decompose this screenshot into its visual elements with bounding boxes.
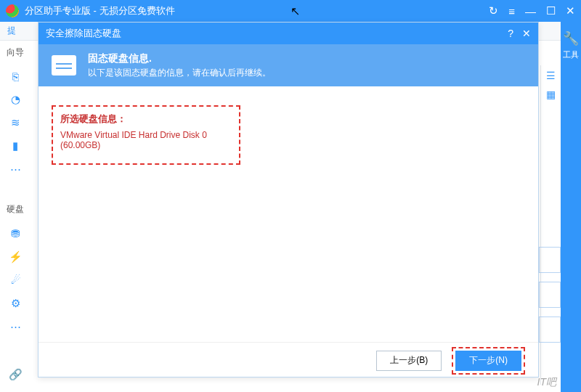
ssd-info-icon [52, 55, 76, 75]
close-icon[interactable]: ✕ [566, 4, 575, 17]
back-button[interactable]: 上一步(B) [376, 351, 442, 371]
dialog-title: 安全擦除固态硬盘 [46, 27, 508, 40]
link-icon[interactable]: 🔗 [9, 368, 23, 381]
ssd-erase-dialog: 安全擦除固态硬盘 ? ✕ 固态硬盘信息. 以下是该固态硬盘的信息，请在确认后再继… [38, 22, 539, 377]
wizard-usb-icon[interactable]: ▮ [12, 139, 18, 152]
disk-gear-icon[interactable]: ⚙ [11, 297, 20, 310]
disk-drive-icon[interactable]: ⛃ [11, 227, 20, 240]
app-title: 分区助手专业版 - 无损分区免费软件 [25, 4, 489, 17]
right-tool-strip: 🔧 工具 [561, 22, 581, 392]
menu-icon[interactable]: ≡ [508, 5, 515, 17]
refresh-icon[interactable]: ↻ [489, 4, 498, 17]
minimize-icon[interactable]: — [525, 5, 536, 17]
app-logo-icon [6, 4, 19, 17]
hint-text: 提 [7, 25, 16, 37]
sidebar-section-disk: 硬盘 [0, 203, 31, 216]
dialog-title-bar: 安全擦除固态硬盘 ? ✕ [38, 23, 538, 44]
sidebar-section-wizard: 向导 [0, 46, 31, 59]
disk-more-icon[interactable]: ⋯ [10, 320, 21, 333]
wizard-partition-icon[interactable]: ≋ [11, 116, 20, 129]
dialog-banner: 固态硬盘信息. 以下是该固态硬盘的信息，请在确认后再继续。 [38, 44, 538, 86]
selected-disk-info-box: 所选硬盘信息： VMware Virtual IDE Hard Drive Di… [52, 105, 240, 165]
info-box-header: 所选硬盘信息： [60, 113, 232, 126]
wrench-icon[interactable]: 🔧 [563, 30, 579, 46]
disk-brush-icon[interactable]: ☄ [11, 274, 20, 287]
help-icon[interactable]: ? [508, 28, 513, 39]
main-title-bar: 分区助手专业版 - 无损分区免费软件 ↻ ≡ — ☐ ✕ [0, 0, 581, 22]
partition-block [539, 247, 561, 273]
dialog-body: 所选硬盘信息： VMware Virtual IDE Hard Drive Di… [38, 86, 538, 342]
view-list-icon[interactable]: ▦ [546, 89, 556, 100]
partition-preview-blocks [539, 247, 561, 351]
next-button-emphasis: 下一步(N) [452, 347, 525, 375]
next-button[interactable]: 下一步(N) [455, 351, 521, 371]
dialog-footer: 上一步(B) 下一步(N) [38, 342, 538, 378]
info-box-disk-line: VMware Virtual IDE Hard Drive Disk 0 (60… [60, 130, 232, 150]
maximize-icon[interactable]: ☐ [546, 4, 556, 17]
wizard-more-icon[interactable]: ⋯ [10, 163, 21, 176]
window-controls: ↻ ≡ — ☐ ✕ [489, 4, 575, 17]
tools-label: 工具 [563, 49, 579, 60]
left-sidebar: 向导 ⎘ ◔ ≋ ▮ ⋯ 硬盘 ⛃ ⚡ ☄ ⚙ ⋯ 🔗 [0, 41, 31, 392]
partition-block [539, 282, 561, 308]
disk-bolt-icon[interactable]: ⚡ [9, 250, 23, 264]
dialog-close-icon[interactable]: ✕ [522, 28, 531, 39]
banner-text: 固态硬盘信息. 以下是该固态硬盘的信息，请在确认后再继续。 [88, 52, 271, 79]
partition-block [539, 317, 561, 343]
wizard-disk-icon[interactable]: ◔ [11, 93, 20, 106]
banner-heading: 固态硬盘信息. [88, 52, 271, 65]
view-grid-icon[interactable]: ☰ [546, 70, 556, 81]
banner-subtitle: 以下是该固态硬盘的信息，请在确认后再继续。 [88, 67, 271, 79]
dialog-title-controls: ? ✕ [508, 28, 531, 39]
wizard-copy-icon[interactable]: ⎘ [12, 70, 19, 83]
